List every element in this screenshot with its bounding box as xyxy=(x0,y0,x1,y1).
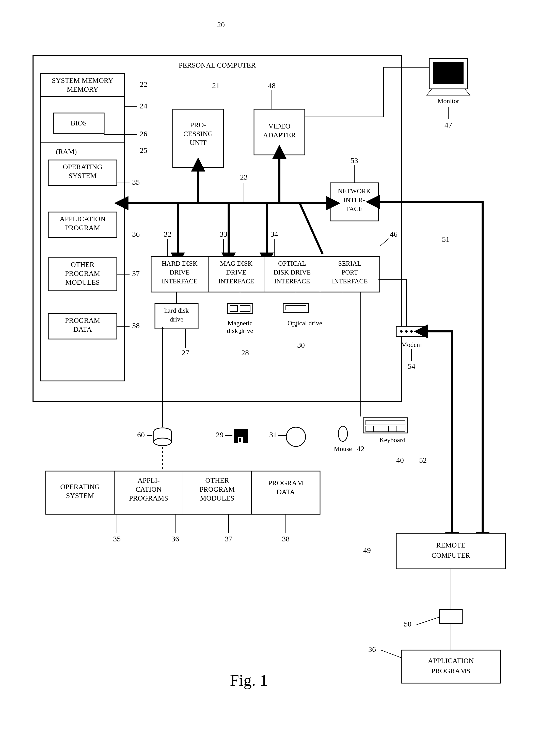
bios-label: BIOS xyxy=(71,119,87,127)
svg-text:DATA: DATA xyxy=(277,488,295,496)
ref-27: 27 xyxy=(182,349,189,357)
ref-20: 20 xyxy=(217,20,225,29)
svg-text:CATION: CATION xyxy=(136,485,162,493)
svg-text:MODULES: MODULES xyxy=(65,278,100,286)
ref-25: 25 xyxy=(140,146,147,154)
svg-text:DRIVE: DRIVE xyxy=(169,269,189,276)
ref-24: 24 xyxy=(140,102,147,110)
ref-30: 30 xyxy=(297,341,305,349)
svg-text:PROGRAM: PROGRAM xyxy=(65,224,100,231)
svg-text:DATA: DATA xyxy=(73,325,92,333)
svg-text:PROGRAM: PROGRAM xyxy=(65,316,100,324)
svg-text:DRIVE: DRIVE xyxy=(226,269,246,276)
ref-38b: 38 xyxy=(282,535,289,543)
svg-text:APPLICATION: APPLICATION xyxy=(60,215,105,223)
optical-drive-icon xyxy=(283,303,309,312)
svg-text:drive: drive xyxy=(170,316,183,323)
ref-21: 21 xyxy=(212,81,220,89)
svg-text:PRO-: PRO- xyxy=(190,121,206,129)
svg-text:PROGRAM: PROGRAM xyxy=(65,269,100,277)
ref-37: 37 xyxy=(132,269,140,278)
svg-text:UNIT: UNIT xyxy=(190,139,207,147)
processing-unit-box xyxy=(173,109,223,168)
mouse-icon xyxy=(338,426,347,441)
diagram-canvas: PERSONAL COMPUTER 20 SYSTEM MEMORY MEMOR… xyxy=(0,0,556,756)
svg-text:disk drive: disk drive xyxy=(227,327,253,334)
ref-46: 46 xyxy=(390,230,397,238)
svg-text:PROGRAM: PROGRAM xyxy=(200,485,235,493)
svg-point-131 xyxy=(415,330,418,333)
svg-line-143 xyxy=(381,650,401,658)
ref-42: 42 xyxy=(357,444,364,453)
svg-text:NETWORK: NETWORK xyxy=(338,187,371,195)
ref-32: 32 xyxy=(164,230,171,238)
modem-icon xyxy=(396,326,427,336)
ref-22: 22 xyxy=(140,80,147,88)
ref-51: 51 xyxy=(442,235,450,243)
svg-text:OPERATING: OPERATING xyxy=(63,163,102,171)
svg-text:INTERFACE: INTERFACE xyxy=(218,278,254,285)
ref-52: 52 xyxy=(419,456,427,464)
ref-49: 49 xyxy=(363,546,371,554)
svg-text:APPLI-: APPLI- xyxy=(137,476,160,484)
svg-line-139 xyxy=(417,617,440,625)
mouse-label: Mouse xyxy=(334,445,352,453)
svg-text:PORT: PORT xyxy=(342,269,358,276)
ref-36c: 36 xyxy=(368,645,376,653)
ref-31: 31 xyxy=(269,430,277,439)
svg-text:OTHER: OTHER xyxy=(71,260,95,268)
svg-text:hard disk: hard disk xyxy=(164,307,189,314)
ref-33: 33 xyxy=(220,230,227,238)
svg-text:SERIAL: SERIAL xyxy=(338,260,361,267)
keyboard-label: Keyboard xyxy=(379,436,406,444)
cd-icon xyxy=(286,427,306,446)
memory-device-box xyxy=(440,609,462,623)
svg-point-80 xyxy=(154,438,171,446)
ref-40: 40 xyxy=(396,456,404,464)
ref-34: 34 xyxy=(271,230,278,238)
svg-text:INTERFACE: INTERFACE xyxy=(332,278,368,285)
svg-text:PROGRAM: PROGRAM xyxy=(268,479,304,487)
svg-text:MODULES: MODULES xyxy=(200,494,234,502)
svg-text:COMPUTER: COMPUTER xyxy=(431,551,471,559)
ref-36b: 36 xyxy=(171,535,179,543)
svg-text:FACE: FACE xyxy=(346,205,363,213)
ref-28: 28 xyxy=(241,349,249,357)
svg-text:PROGRAMS: PROGRAMS xyxy=(431,667,471,675)
remote-app-box xyxy=(401,650,500,683)
svg-rect-122 xyxy=(433,62,463,84)
monitor-icon xyxy=(427,59,470,95)
svg-text:OPERATING: OPERATING xyxy=(60,483,100,491)
svg-text:PROGRAMS: PROGRAMS xyxy=(129,494,168,502)
pc-title: PERSONAL COMPUTER xyxy=(179,61,255,69)
ref-37b: 37 xyxy=(225,535,233,543)
svg-rect-85 xyxy=(239,438,241,442)
sysmem-label: SYSTEM MEMORY xyxy=(52,76,113,84)
ref-35b: 35 xyxy=(113,535,120,543)
svg-text:DISK DRIVE: DISK DRIVE xyxy=(274,269,311,276)
svg-text:REMOTE: REMOTE xyxy=(436,541,465,549)
svg-text:INTER-: INTER- xyxy=(343,196,365,204)
ref-38: 38 xyxy=(132,321,140,330)
svg-text:INTERFACE: INTERFACE xyxy=(274,278,310,285)
figure-label: Fig. 1 xyxy=(230,671,268,689)
svg-text:INTERFACE: INTERFACE xyxy=(162,278,197,285)
monitor-label: Monitor xyxy=(438,97,459,105)
svg-text:MEMORY: MEMORY xyxy=(67,85,98,93)
svg-point-130 xyxy=(410,330,413,333)
svg-text:VIDEO: VIDEO xyxy=(268,122,290,130)
ram-label: (RAM) xyxy=(56,148,77,155)
ref-53: 53 xyxy=(350,156,358,165)
ref-48: 48 xyxy=(268,81,276,89)
svg-text:MAG DISK: MAG DISK xyxy=(220,260,252,267)
svg-text:Magnetic: Magnetic xyxy=(228,320,252,327)
svg-point-129 xyxy=(405,330,408,333)
ref-54: 54 xyxy=(408,362,415,370)
svg-point-128 xyxy=(400,330,403,333)
svg-text:HARD DISK: HARD DISK xyxy=(162,260,198,267)
svg-text:SYSTEM: SYSTEM xyxy=(69,172,97,180)
ref-23: 23 xyxy=(240,173,248,181)
floppy-icon xyxy=(234,429,248,443)
svg-text:OTHER: OTHER xyxy=(205,476,229,484)
svg-text:OPTICAL: OPTICAL xyxy=(278,260,306,267)
